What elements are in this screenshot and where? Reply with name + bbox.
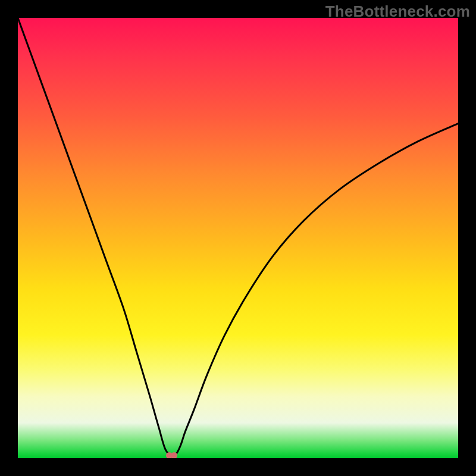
marker-dot bbox=[171, 452, 177, 458]
chart-frame: TheBottleneck.com bbox=[0, 0, 476, 476]
bottleneck-curve bbox=[18, 18, 458, 458]
watermark-text: TheBottleneck.com bbox=[325, 2, 470, 21]
minimum-point-marker bbox=[166, 452, 178, 458]
plot-area bbox=[18, 18, 458, 458]
